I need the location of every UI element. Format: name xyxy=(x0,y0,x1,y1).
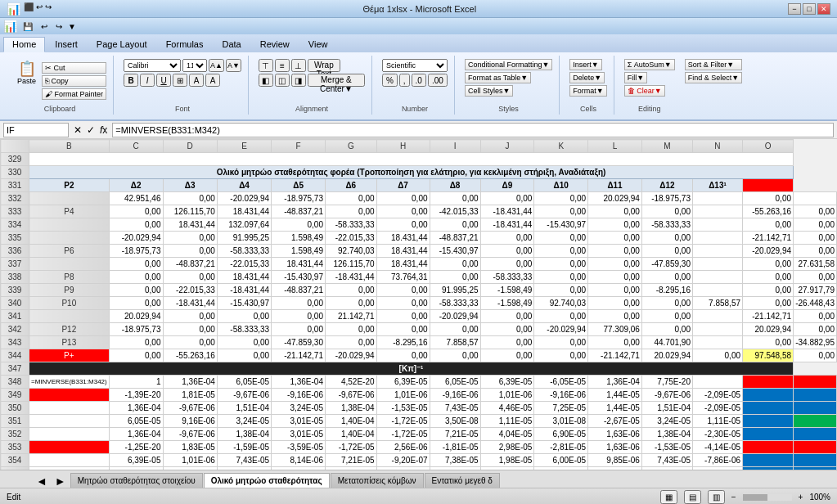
font-color-button[interactable]: A xyxy=(205,74,220,87)
cell[interactable]: 1,38E-04 xyxy=(641,428,692,441)
cell[interactable] xyxy=(743,179,794,192)
cell[interactable]: 18.431,44 xyxy=(217,271,271,284)
cell[interactable]: 7,21E-05 xyxy=(325,454,376,467)
cell[interactable]: 0,00 xyxy=(480,336,534,349)
cell[interactable]: 1,51E-04 xyxy=(641,402,692,415)
cell[interactable]: 1.598,49 xyxy=(272,245,326,258)
cell[interactable]: -21.142,71 xyxy=(272,349,326,362)
cell[interactable]: -48.837,21 xyxy=(430,232,480,245)
cell[interactable]: 3,24E-05 xyxy=(217,415,271,428)
cell[interactable]: 0,00 xyxy=(430,258,480,271)
cell[interactable]: 0,00 xyxy=(588,310,642,323)
cell[interactable]: Δ12 xyxy=(641,179,692,192)
cell[interactable]: 0,00 xyxy=(641,310,692,323)
formula-confirm-icon[interactable]: ✓ xyxy=(85,124,97,136)
cell[interactable]: Δ10 xyxy=(534,179,588,192)
cell[interactable]: 4,04E-05 xyxy=(480,428,534,441)
minimize-button[interactable]: − xyxy=(788,3,801,15)
cell[interactable]: 1,36E-04 xyxy=(109,428,163,441)
cell[interactable]: -1,81E-05 xyxy=(430,441,480,454)
cell[interactable]: 7,43E-05 xyxy=(430,402,480,415)
cell[interactable]: 18.431,44 xyxy=(376,245,430,258)
cell[interactable]: Δ5 xyxy=(272,179,326,192)
cell[interactable]: -18.975,73 xyxy=(109,245,163,258)
align-right-button[interactable]: ◨ xyxy=(291,74,306,87)
cell[interactable] xyxy=(743,454,794,467)
cell[interactable]: 3,01E-05 xyxy=(272,428,326,441)
col-header-i[interactable]: I xyxy=(430,140,480,153)
cell[interactable]: 91.995,25 xyxy=(217,232,271,245)
cell[interactable]: 3,01E-05 xyxy=(272,415,326,428)
cell[interactable]: -15.430,97 xyxy=(217,297,271,310)
cell[interactable]: -4,14E-05 xyxy=(692,441,742,454)
cell[interactable]: 0,00 xyxy=(534,192,588,205)
italic-button[interactable]: I xyxy=(140,74,155,87)
cell[interactable]: 7,43E-05 xyxy=(217,454,271,467)
cell[interactable]: 0,00 xyxy=(430,218,480,232)
cell[interactable]: -8.295,16 xyxy=(641,284,692,297)
cell[interactable]: 6,39E-05 xyxy=(480,376,534,389)
cell[interactable]: Δ8 xyxy=(430,179,480,192)
cell[interactable]: -9,16E-06 xyxy=(430,389,480,402)
cell[interactable]: 20.029,94 xyxy=(109,310,163,323)
cell[interactable]: -2,67E-05 xyxy=(588,415,642,428)
cell[interactable]: 0,00 xyxy=(376,297,430,310)
cell[interactable]: -55.263,16 xyxy=(163,349,217,362)
cell[interactable]: 0,00 xyxy=(480,245,534,258)
cell[interactable]: 8,14E-06 xyxy=(272,454,326,467)
cell[interactable]: -7,86E-06 xyxy=(692,454,742,467)
cell[interactable]: -58.333,33 xyxy=(641,218,692,232)
cell[interactable]: 0,00 xyxy=(109,284,163,297)
format-as-table-button[interactable]: Format as Table▼ xyxy=(465,72,531,83)
cell[interactable]: 126.115,70 xyxy=(163,205,217,218)
cell[interactable]: 0,00 xyxy=(794,245,837,258)
align-center-button[interactable]: ◫ xyxy=(275,74,290,87)
underline-button[interactable]: U xyxy=(156,74,171,87)
cell[interactable]: 1,83E-05 xyxy=(163,441,217,454)
cell[interactable]: 97.548,58 xyxy=(743,349,794,362)
cell[interactable]: -18.431,44 xyxy=(480,205,534,218)
cell[interactable]: 0,00 xyxy=(641,323,692,336)
cell[interactable]: 0,00 xyxy=(692,349,742,362)
cell[interactable]: -9,16E-06 xyxy=(272,389,326,402)
cell[interactable]: 0,00 xyxy=(588,258,642,271)
increase-decimal-button[interactable]: .0 xyxy=(412,74,426,87)
cell[interactable]: 0,00 xyxy=(325,323,376,336)
cell[interactable] xyxy=(692,284,742,297)
tab-review[interactable]: Review xyxy=(251,37,299,52)
sheet-tab-2[interactable]: Ολικό μητρώο σταθερότητας xyxy=(204,473,330,488)
cell[interactable]: 3,24E-05 xyxy=(641,415,692,428)
cell[interactable]: 0,00 xyxy=(534,310,588,323)
cell[interactable]: -47.859,30 xyxy=(641,258,692,271)
cell[interactable] xyxy=(743,389,794,402)
cell[interactable]: -9,20E-07 xyxy=(376,454,430,467)
cell[interactable]: 0,00 xyxy=(588,284,642,297)
cell[interactable]: 0,00 xyxy=(109,297,163,310)
cell[interactable]: 0,00 xyxy=(163,232,217,245)
cell-styles-button[interactable]: Cell Styles▼ xyxy=(465,85,513,97)
cell[interactable]: Δ9 xyxy=(480,179,534,192)
cell[interactable]: -9,67E-06 xyxy=(325,389,376,402)
copy-button[interactable]: ⎘ Copy xyxy=(42,75,106,87)
cell[interactable] xyxy=(743,428,794,441)
cell[interactable]: 0,00 xyxy=(480,192,534,205)
cell[interactable]: 1,98E-05 xyxy=(430,467,480,470)
cell[interactable]: 6,05E-05 xyxy=(109,415,163,428)
cell[interactable]: -9,67E-06 xyxy=(163,428,217,441)
col-header-c[interactable]: C xyxy=(109,140,163,153)
cell[interactable]: -21.142,71 xyxy=(743,232,794,245)
cell[interactable] xyxy=(692,232,742,245)
cell[interactable]: -55.263,16 xyxy=(743,205,794,218)
cell[interactable]: 0,00 xyxy=(376,310,430,323)
cell[interactable]: -8.295,16 xyxy=(376,336,430,349)
fill-button[interactable]: Fill▼ xyxy=(624,72,647,83)
cell[interactable]: 0,00 xyxy=(794,310,837,323)
cell[interactable]: 1,01E-06 xyxy=(480,389,534,402)
col-header-o[interactable]: O xyxy=(743,140,794,153)
cell[interactable]: -1,59E-05 xyxy=(217,441,271,454)
cell[interactable]: 0,00 xyxy=(534,258,588,271)
col-header-k[interactable]: K xyxy=(534,140,588,153)
cell[interactable]: 0,00 xyxy=(109,258,163,271)
cell[interactable]: 1,98E-05 xyxy=(480,454,534,467)
cell[interactable]: 0,00 xyxy=(743,218,794,232)
